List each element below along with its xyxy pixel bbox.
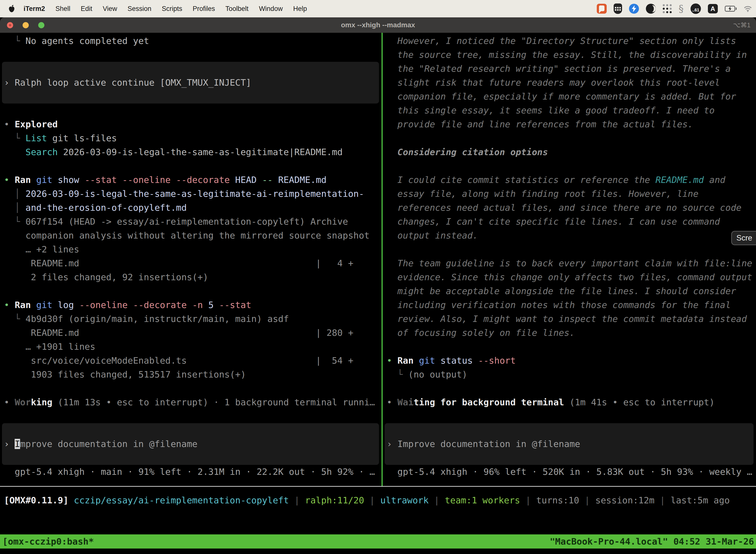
chat-app-icon[interactable] bbox=[597, 4, 607, 14]
window-shortcut-hint: ⌥⌘1 bbox=[733, 21, 751, 29]
terminal-content: └ No agents completed yet › Ralph loop a… bbox=[0, 33, 756, 486]
window-title: omx --xhigh --madmax bbox=[341, 21, 415, 29]
right-terminal-pane[interactable]: However, I noticed the "Directory Struct… bbox=[383, 33, 756, 486]
right-session-status-line: gpt-5.4 xhigh · 96% left · 520K in · 5.8… bbox=[383, 465, 756, 479]
minimize-button[interactable] bbox=[22, 22, 29, 28]
macos-menu-bar: iTerm2 Shell Edit View Session Scripts P… bbox=[0, 0, 756, 17]
menu-item-edit[interactable]: Edit bbox=[76, 0, 98, 17]
squiggle-icon[interactable]: § bbox=[679, 4, 684, 14]
omx-status-bar: [OMX#0.11.9] cczip/essay/ai-reimplementa… bbox=[0, 487, 756, 535]
menu-item-shell[interactable]: Shell bbox=[50, 0, 76, 17]
menu-item-help[interactable]: Help bbox=[288, 0, 312, 17]
left-terminal-pane[interactable]: └ No agents completed yet › Ralph loop a… bbox=[0, 33, 381, 486]
menu-item-view[interactable]: View bbox=[98, 0, 122, 17]
wifi-icon[interactable] bbox=[744, 5, 752, 12]
right-prompt-box[interactable]: › Improve documentation in @filename bbox=[385, 423, 754, 465]
inject-message-line: › Ralph loop active continue [OMX_TMUX_I… bbox=[2, 76, 379, 90]
traffic-lights bbox=[7, 17, 54, 33]
tmux-session-label: [omx-cczip0:bash* bbox=[2, 536, 94, 547]
left-session-status-line: gpt-5.4 xhigh · main · 91% left · 2.31M … bbox=[0, 465, 381, 479]
dark-crescent-icon[interactable] bbox=[646, 4, 656, 14]
menu-item-iterm2[interactable]: iTerm2 bbox=[18, 0, 50, 17]
zoom-button[interactable] bbox=[38, 22, 44, 28]
meter-61-icon[interactable]: ..61 bbox=[691, 3, 701, 14]
blue-badge-icon[interactable] bbox=[629, 4, 639, 14]
right-pane-output: However, I noticed the "Directory Struct… bbox=[383, 34, 756, 423]
battery-icon[interactable] bbox=[725, 6, 737, 12]
menu-bar-status-icons: § ..61 A bbox=[597, 3, 752, 14]
dots-grid-icon[interactable] bbox=[663, 4, 672, 13]
inject-message-box: › Ralph loop active continue [OMX_TMUX_I… bbox=[2, 62, 379, 104]
tmux-status-bar: [omx-cczip0:bash* "MacBook-Pro-44.local"… bbox=[0, 535, 756, 549]
right-prompt-input[interactable]: › Improve documentation in @filename bbox=[385, 437, 754, 451]
menu-item-scripts[interactable]: Scripts bbox=[156, 0, 188, 17]
menu-item-toolbelt[interactable]: Toolbelt bbox=[220, 0, 254, 17]
left-pane-top-output: └ No agents completed yet bbox=[0, 34, 381, 62]
close-button[interactable] bbox=[7, 22, 13, 28]
tmux-host-clock-label: "MacBook-Pro-44.local" 04:52 31-Mar-26 bbox=[550, 536, 754, 547]
left-pane-output: • Explored └ List git ls-files Search 20… bbox=[0, 104, 381, 423]
screen-capture-popup[interactable]: Scre bbox=[731, 231, 756, 245]
menu-item-session[interactable]: Session bbox=[122, 0, 156, 17]
left-prompt-input[interactable]: › Improve documentation in @filename bbox=[2, 437, 379, 451]
left-prompt-box[interactable]: › Improve documentation in @filename bbox=[2, 423, 379, 465]
omx-status-line: [OMX#0.11.9] cczip/essay/ai-reimplementa… bbox=[0, 493, 756, 507]
apple-menu-icon[interactable] bbox=[8, 5, 15, 12]
window-bottom-edge bbox=[0, 549, 756, 554]
window-title-bar: omx --xhigh --madmax ⌥⌘1 bbox=[0, 17, 756, 33]
menu-item-window[interactable]: Window bbox=[254, 0, 288, 17]
menu-item-profiles[interactable]: Profiles bbox=[188, 0, 220, 17]
keyboard-a-icon[interactable]: A bbox=[708, 4, 718, 13]
shield-grid-icon[interactable] bbox=[614, 3, 622, 14]
